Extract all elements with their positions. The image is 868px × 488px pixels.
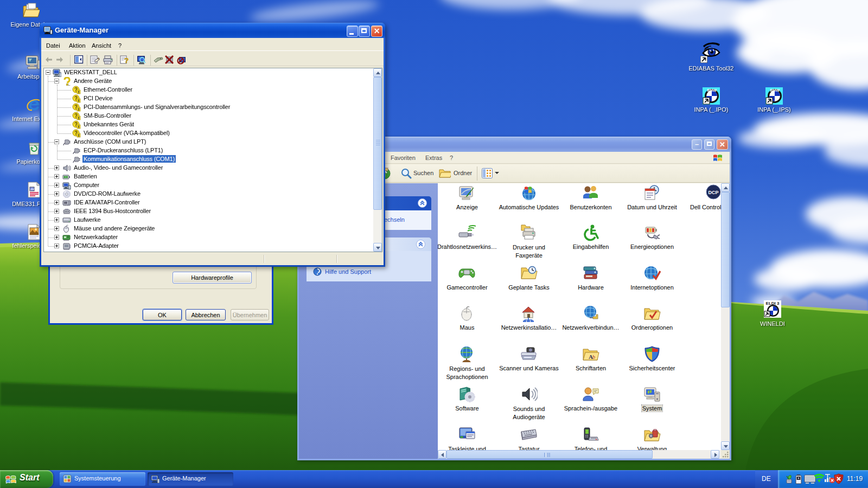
- svg-text:?: ?: [124, 56, 129, 65]
- svg-text:DCP: DCP: [708, 190, 718, 195]
- svg-text:b: b: [592, 354, 595, 360]
